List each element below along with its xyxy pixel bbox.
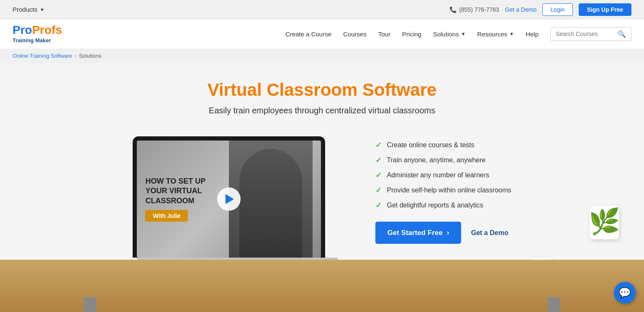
breadcrumb-separator: › xyxy=(74,53,76,59)
feature-item-5: ✓ Get delightful reports & analytics xyxy=(375,201,511,210)
video-title-line1: HOW TO SET UP xyxy=(145,176,205,186)
feature-text-3: Administer any number of learners xyxy=(387,171,489,179)
nav-resources-label: Resources xyxy=(477,31,508,38)
logo-subtitle: Training Maker xyxy=(13,38,62,43)
nav-courses[interactable]: Courses xyxy=(343,29,367,39)
hero-subtitle: Easily train employees through centraliz… xyxy=(0,106,644,115)
get-started-arrow-icon: › xyxy=(447,228,449,237)
plant-leaves: 🌿 xyxy=(590,209,619,234)
nav-resources[interactable]: Resources ▼ xyxy=(477,29,514,39)
person-silhouette xyxy=(229,141,313,258)
solutions-chevron-icon: ▼ xyxy=(461,31,466,36)
logo-pro-text: Pro xyxy=(13,23,32,36)
nav-tour[interactable]: Tour xyxy=(378,29,390,39)
logo-profs-text: Profs xyxy=(32,23,62,36)
feature-item-2: ✓ Train anyone, anytime, anywhere xyxy=(375,156,511,165)
nav-create-course[interactable]: Create a Course xyxy=(285,29,331,39)
nav-help[interactable]: Help xyxy=(526,29,539,39)
resources-chevron-icon: ▼ xyxy=(509,31,514,36)
play-button[interactable] xyxy=(217,187,241,211)
logo[interactable]: ProProfs Training Maker xyxy=(13,24,62,43)
check-icon-1: ✓ xyxy=(375,141,382,150)
phone-icon: 📞 xyxy=(449,6,457,13)
breadcrumb: Online Training Software › Solutions xyxy=(0,49,644,63)
get-demo-link[interactable]: Get a Demo xyxy=(505,6,536,13)
laptop-frame: HOW TO SET UP YOUR VIRTUAL CLASSROOM Wit… xyxy=(133,136,325,258)
hero-inner: Virtual Classroom Software Easily train … xyxy=(0,63,644,312)
get-started-label: Get Started Free xyxy=(387,229,442,237)
products-chevron-icon: ▼ xyxy=(40,7,44,12)
feature-text-4: Provide self-help within online classroo… xyxy=(387,187,511,194)
video-title-line3: CLASSROOM xyxy=(145,196,205,206)
chat-bubble[interactable]: 💬 xyxy=(614,282,636,304)
play-icon xyxy=(226,194,234,204)
products-label: Products xyxy=(13,6,37,13)
chat-icon: 💬 xyxy=(618,287,631,299)
cta-area: Get Started Free › Get a Demo xyxy=(375,222,511,244)
check-icon-2: ✓ xyxy=(375,156,382,165)
feature-item-1: ✓ Create online courses & tests xyxy=(375,141,511,150)
nav-pricing[interactable]: Pricing xyxy=(402,29,421,39)
search-input[interactable] xyxy=(556,31,614,37)
laptop-screen: HOW TO SET UP YOUR VIRTUAL CLASSROOM Wit… xyxy=(137,141,321,258)
feature-item-3: ✓ Administer any number of learners xyxy=(375,171,511,180)
nav-links: Create a Course Courses Tour Pricing Sol… xyxy=(285,27,631,41)
check-icon-5: ✓ xyxy=(375,201,382,210)
top-bar-right: 📞 (855) 776-7763 Get a Demo Login Sign U… xyxy=(449,3,631,16)
phone-area: 📞 (855) 776-7763 xyxy=(449,6,499,13)
check-icon-4: ✓ xyxy=(375,186,382,195)
top-bar: Products ▼ 📞 (855) 776-7763 Get a Demo L… xyxy=(0,0,644,19)
person-shape xyxy=(239,149,302,258)
breadcrumb-current: Solutions xyxy=(79,53,101,59)
desk-leg-left xyxy=(84,297,96,312)
desk-legs xyxy=(84,297,560,312)
laptop-area: HOW TO SET UP YOUR VIRTUAL CLASSROOM Wit… xyxy=(133,136,350,269)
video-text: HOW TO SET UP YOUR VIRTUAL CLASSROOM Wit… xyxy=(145,176,205,222)
desk-leg-right xyxy=(548,297,560,312)
feature-item-4: ✓ Provide self-help within online classr… xyxy=(375,186,511,195)
top-bar-left: Products ▼ xyxy=(13,6,44,13)
search-box[interactable]: 🔍 xyxy=(550,27,631,41)
nav-solutions-label: Solutions xyxy=(433,31,459,38)
signup-button[interactable]: Sign Up Free xyxy=(579,3,631,16)
hero-section: Virtual Classroom Software Easily train … xyxy=(0,63,644,312)
feature-text-2: Train anyone, anytime, anywhere xyxy=(387,156,485,164)
feature-text-5: Get delightful reports & analytics xyxy=(387,202,483,209)
get-started-button[interactable]: Get Started Free › xyxy=(375,222,461,244)
video-title-line2: YOUR VIRTUAL xyxy=(145,186,205,196)
hero-get-demo-link[interactable]: Get a Demo xyxy=(471,229,508,237)
check-icon-3: ✓ xyxy=(375,171,382,180)
hero-title: Virtual Classroom Software xyxy=(0,80,644,100)
plant-pot: 🌿 xyxy=(590,206,619,239)
features-area: ✓ Create online courses & tests ✓ Train … xyxy=(375,132,511,244)
feature-text-1: Create online courses & tests xyxy=(387,141,474,149)
video-with-label: With Julie xyxy=(145,210,188,222)
phone-number: (855) 776-7763 xyxy=(459,6,499,13)
nav-solutions[interactable]: Solutions ▼ xyxy=(433,29,466,39)
search-icon: 🔍 xyxy=(618,30,626,38)
products-button[interactable]: Products ▼ xyxy=(13,6,44,13)
plant-container: 🌿 xyxy=(590,206,619,239)
hero-content: HOW TO SET UP YOUR VIRTUAL CLASSROOM Wit… xyxy=(0,132,644,269)
nav-bar: ProProfs Training Maker Create a Course … xyxy=(0,19,644,49)
login-button[interactable]: Login xyxy=(542,3,572,16)
breadcrumb-home[interactable]: Online Training Software xyxy=(13,53,72,59)
